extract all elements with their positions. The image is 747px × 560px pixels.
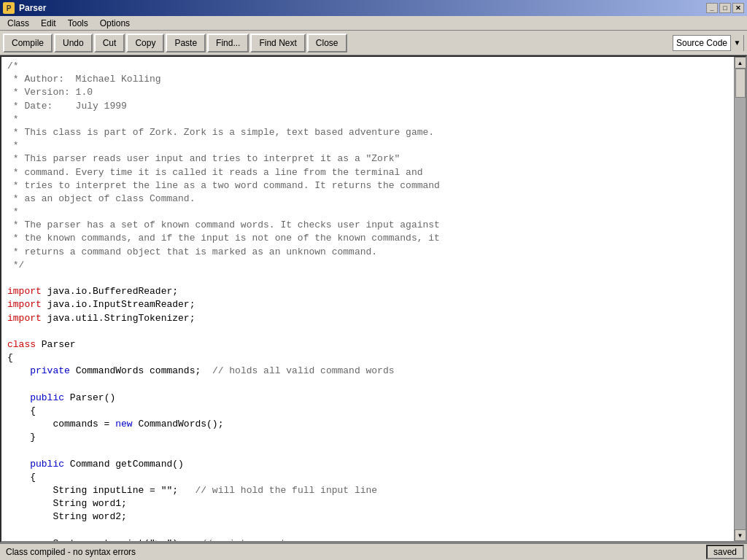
title-bar: P Parser _ □ ✕ [0,0,747,16]
paste-button[interactable]: Paste [166,34,206,52]
menu-edit[interactable]: Edit [35,17,62,30]
find-button[interactable]: Find... [207,34,249,52]
close-window-button[interactable]: ✕ [732,3,744,13]
cut-button[interactable]: Cut [94,34,125,52]
menu-tools[interactable]: Tools [62,17,94,30]
title-text: Parser [19,3,706,13]
copy-button[interactable]: Copy [126,34,164,52]
code-editor[interactable]: /* * Author: Michael Kolling * Version: … [1,57,734,541]
maximize-button[interactable]: □ [719,3,731,13]
source-code-dropdown[interactable]: Source Code ▼ [673,35,744,51]
compile-button[interactable]: Compile [3,34,53,52]
dropdown-arrow-icon[interactable]: ▼ [730,35,743,51]
close-button[interactable]: Close [307,34,347,52]
menu-class[interactable]: Class [1,17,35,30]
find-next-button[interactable]: Find Next [250,34,305,52]
source-code-value: Source Code [673,38,730,48]
toolbar: Compile Undo Cut Copy Paste Find... Find… [0,31,747,55]
window-controls: _ □ ✕ [706,3,744,13]
menu-bar: Class Edit Tools Options [0,16,747,31]
scroll-up-button[interactable]: ▲ [735,57,746,69]
menu-options[interactable]: Options [94,17,136,30]
scroll-thumb[interactable] [735,69,746,98]
minimize-button[interactable]: _ [706,3,718,13]
scroll-track[interactable] [735,69,746,529]
status-text: Class compiled - no syntax errors [3,547,706,557]
editor-container: /* * Author: Michael Kolling * Version: … [0,55,747,542]
saved-badge: saved [706,545,744,559]
scrollbar[interactable]: ▲ ▼ [734,57,746,541]
scroll-down-button[interactable]: ▼ [735,529,746,541]
app-icon: P [3,2,15,14]
status-bar: Class compiled - no syntax errors saved [0,542,747,560]
undo-button[interactable]: Undo [54,34,93,52]
